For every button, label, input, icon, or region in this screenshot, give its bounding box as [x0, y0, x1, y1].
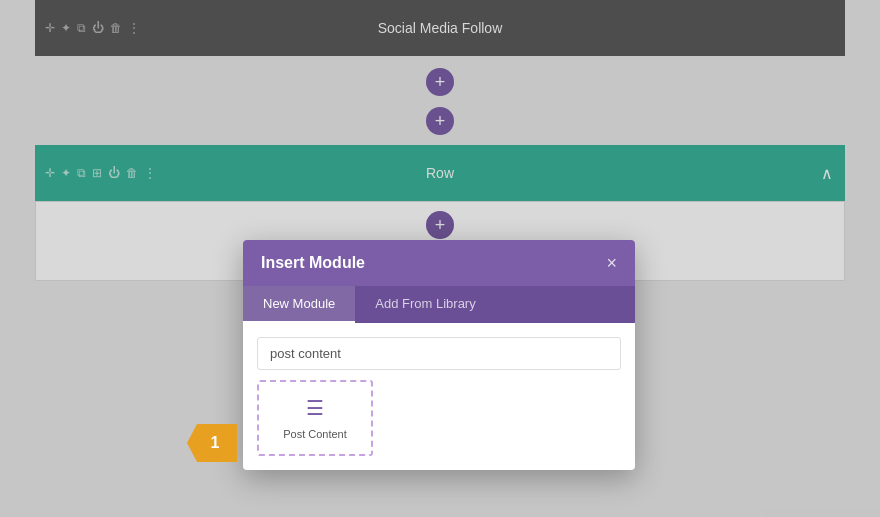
- post-content-label: Post Content: [283, 428, 347, 440]
- tab-new-module[interactable]: New Module: [243, 286, 355, 323]
- tab-add-from-library[interactable]: Add From Library: [355, 286, 495, 323]
- step-badge: 1: [187, 424, 237, 462]
- post-content-icon: ☰: [306, 396, 324, 420]
- close-button[interactable]: ×: [606, 254, 617, 272]
- module-search-input[interactable]: [257, 337, 621, 370]
- insert-module-modal: Insert Module × New Module Add From Libr…: [243, 240, 635, 470]
- modal-search: [243, 323, 635, 380]
- modal-header: Insert Module ×: [243, 240, 635, 286]
- modal-title: Insert Module: [261, 254, 365, 272]
- module-grid: ☰ Post Content: [243, 380, 635, 470]
- builder-area: ✛ ✦ ⧉ ⏻ 🗑 ⋮ Social Media Follow + + ✛ ✦ …: [0, 0, 880, 517]
- module-item-post-content[interactable]: ☰ Post Content: [257, 380, 373, 456]
- modal-tabs: New Module Add From Library: [243, 286, 635, 323]
- step-number: 1: [211, 434, 220, 452]
- builder-wrapper: ✛ ✦ ⧉ ⏻ 🗑 ⋮ Social Media Follow + + ✛ ✦ …: [0, 0, 880, 517]
